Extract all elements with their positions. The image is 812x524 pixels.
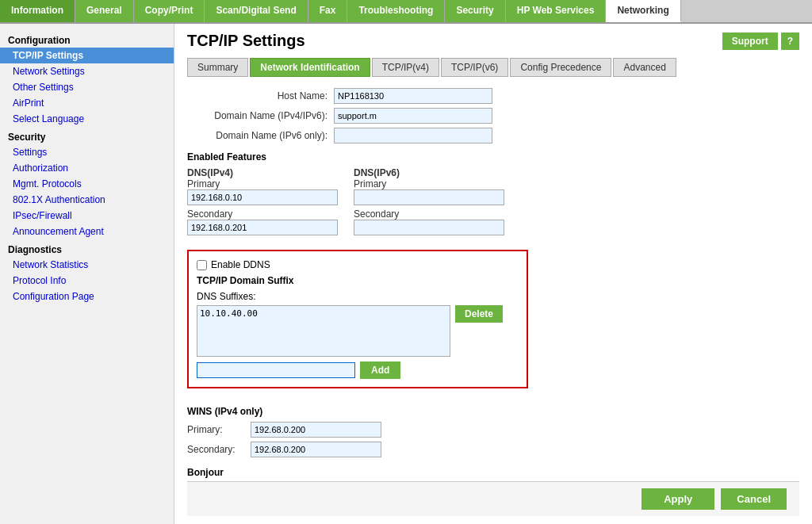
wins-title: WINS (IPv4 only) (187, 406, 799, 417)
sub-tab-config-precedence[interactable]: Config Precedence (510, 58, 611, 77)
dns-ipv4-label: DNS(IPv4) (187, 167, 338, 178)
sidebar-item-authorization[interactable]: Authorization (0, 160, 174, 176)
top-nav-tab-copy/print[interactable]: Copy/Print (134, 0, 205, 22)
sidebar-item-settings[interactable]: Settings (0, 144, 174, 160)
apply-button[interactable]: Apply (642, 488, 714, 510)
sidebar-item-other-settings[interactable]: Other Settings (0, 79, 174, 95)
sidebar-item-network-settings[interactable]: Network Settings (0, 63, 174, 79)
wins-primary-label: Primary: (187, 424, 251, 435)
dns-secondary-label-left: Secondary (187, 208, 338, 220)
top-nav-tab-general[interactable]: General (75, 0, 134, 22)
sidebar-item-network-statistics[interactable]: Network Statistics (0, 257, 174, 273)
dns-ipv4-secondary-input[interactable] (187, 220, 338, 235)
sub-tab-tcp/ip(v6)[interactable]: TCP/IP(v6) (441, 58, 508, 77)
top-nav-tab-information[interactable]: Information (0, 0, 75, 22)
wins-primary-input[interactable] (251, 422, 381, 438)
top-nav-tab-fax[interactable]: Fax (308, 0, 348, 22)
sub-tab-network-identification[interactable]: Network Identification (250, 58, 370, 77)
sidebar-item-ipsec/firewall[interactable]: IPsec/Firewall (0, 208, 174, 224)
domain-ipv6-label: Domain Name (IPv6 only): (187, 130, 334, 141)
dns-primary-label-right: Primary (354, 178, 504, 189)
sub-tab-advanced[interactable]: Advanced (613, 58, 676, 77)
sidebar-item-select-language[interactable]: Select Language (0, 111, 174, 127)
domain-ipv6-input[interactable] (334, 128, 492, 143)
sidebar-item-airprint[interactable]: AirPrint (0, 95, 174, 111)
top-nav-tab-scan/digital-send[interactable]: Scan/Digital Send (205, 0, 308, 22)
dns-ipv4-primary-input[interactable] (187, 189, 338, 205)
sidebar-section-security: Security (0, 127, 174, 144)
host-name-label: Host Name: (187, 90, 334, 101)
dns-ipv6-primary-input[interactable] (354, 189, 504, 205)
dns-add-input[interactable] (197, 362, 355, 378)
domain-suffix-title: TCP/IP Domain Suffix (197, 275, 519, 286)
sub-tab-tcp/ip(v4)[interactable]: TCP/IP(v4) (372, 58, 439, 77)
sidebar-item-protocol-info[interactable]: Protocol Info (0, 273, 174, 289)
sidebar-item-tcp/ip-settings[interactable]: TCP/IP Settings (0, 48, 174, 63)
top-nav-tab-troubleshooting[interactable]: Troubleshooting (347, 0, 445, 22)
sidebar-item-802.1x-authentication[interactable]: 802.1X Authentication (0, 192, 174, 208)
top-nav-tab-hp-web-services[interactable]: HP Web Services (506, 0, 607, 22)
bottom-bar: Apply Cancel (187, 481, 799, 516)
ddns-box: Enable DDNS TCP/IP Domain Suffix DNS Suf… (187, 250, 528, 388)
domain-ipv4-label: Domain Name (IPv4/IPv6): (187, 110, 334, 121)
sub-tabs: SummaryNetwork IdentificationTCP/IP(v4)T… (187, 58, 799, 77)
bonjour-title: Bonjour (187, 467, 799, 478)
page-title: TCP/IP Settings (187, 32, 305, 50)
delete-button[interactable]: Delete (455, 305, 503, 323)
sub-tab-summary[interactable]: Summary (187, 58, 248, 77)
enable-ddns-label: Enable DDNS (211, 259, 270, 270)
sidebar-section-configuration: Configuration (0, 30, 174, 48)
cancel-button[interactable]: Cancel (721, 488, 787, 510)
content-area: TCP/IP Settings Support ? SummaryNetwork… (174, 24, 812, 524)
dns-suffixes-label: DNS Suffixes: (197, 291, 519, 302)
sidebar-section-diagnostics: Diagnostics (0, 239, 174, 257)
dns-ipv6-secondary-input[interactable] (354, 220, 504, 235)
top-nav: InformationGeneralCopy/PrintScan/Digital… (0, 0, 812, 24)
enabled-features-title: Enabled Features (187, 151, 799, 163)
wins-secondary-label: Secondary: (187, 444, 251, 455)
top-nav-tab-security[interactable]: Security (445, 0, 505, 22)
add-button[interactable]: Add (360, 361, 400, 379)
sidebar-item-mgmt.-protocols[interactable]: Mgmt. Protocols (0, 176, 174, 192)
dns-suffixes-textarea[interactable] (197, 305, 450, 357)
support-button[interactable]: Support (722, 33, 778, 50)
enable-ddns-checkbox[interactable] (197, 260, 207, 270)
dns-ipv6-label: DNS(IPv6) (354, 167, 504, 178)
host-name-input[interactable] (334, 88, 492, 104)
sidebar: ConfigurationTCP/IP SettingsNetwork Sett… (0, 24, 174, 524)
top-nav-tab-networking[interactable]: Networking (606, 0, 680, 22)
sidebar-item-announcement-agent[interactable]: Announcement Agent (0, 224, 174, 239)
dns-primary-label-left: Primary (187, 178, 338, 189)
sidebar-item-configuration-page[interactable]: Configuration Page (0, 289, 174, 304)
help-button[interactable]: ? (781, 33, 799, 50)
dns-secondary-label-right: Secondary (354, 208, 504, 220)
wins-secondary-input[interactable] (251, 442, 381, 457)
domain-ipv4-input[interactable] (334, 108, 492, 124)
